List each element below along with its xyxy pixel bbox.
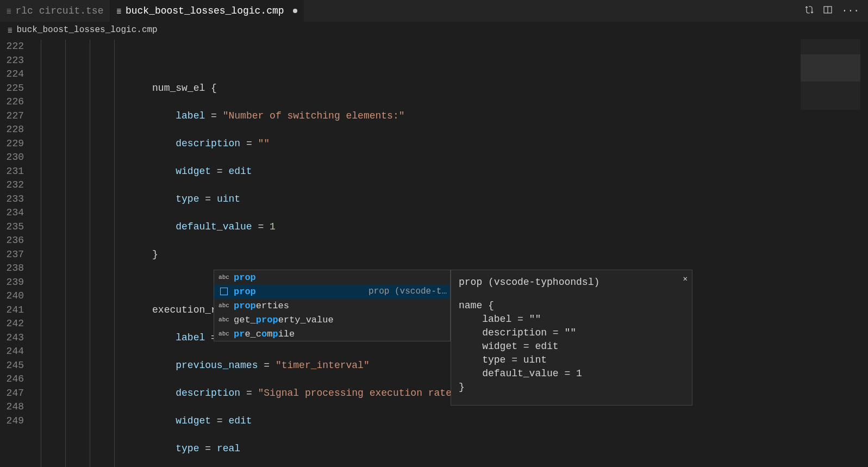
doc-title: prop (vscode-typhoondsl) xyxy=(459,276,684,289)
suggest-item[interactable]: abc prop xyxy=(214,270,450,284)
editor[interactable]: 222 223 224 225 226 227 228 229 230 231 … xyxy=(0,39,868,467)
snippet-icon xyxy=(217,288,230,295)
tab-label: buck_boost_losses_logic.cmp xyxy=(126,5,284,16)
breadcrumb-label: buck_boost_losses_logic.cmp xyxy=(16,25,157,35)
title-actions: ··· xyxy=(805,5,868,17)
minimap-slider[interactable] xyxy=(801,54,860,82)
suggest-label: prop xyxy=(234,272,256,283)
compare-changes-icon[interactable] xyxy=(805,5,814,17)
text-icon: abc xyxy=(217,316,230,323)
file-icon: ≣ xyxy=(7,7,11,16)
modified-indicator-icon xyxy=(293,9,297,13)
text-icon: abc xyxy=(217,331,230,337)
line-number-gutter: 222 223 224 225 226 227 228 229 230 231 … xyxy=(0,39,35,467)
suggest-item[interactable]: abc properties xyxy=(214,298,450,313)
suggest-item[interactable]: abc get_property_value xyxy=(214,313,450,327)
suggest-label: prop xyxy=(234,287,256,297)
suggest-label: properties xyxy=(234,301,289,311)
split-editor-icon[interactable] xyxy=(823,5,832,17)
close-icon[interactable]: ✕ xyxy=(683,272,688,286)
more-actions-icon[interactable]: ··· xyxy=(842,5,859,17)
file-icon: ≣ xyxy=(116,7,121,16)
suggest-documentation: ✕ prop (vscode-typhoondsl) name { label … xyxy=(451,270,692,406)
suggest-label: pre_compile xyxy=(234,329,295,339)
tab-buck-boost[interactable]: ≣ buck_boost_losses_logic.cmp xyxy=(110,0,303,22)
text-icon: abc xyxy=(217,302,230,309)
suggest-item[interactable]: abc pre_compile xyxy=(214,327,450,341)
text-icon: abc xyxy=(217,274,230,281)
tab-label: rlc circuit.tse xyxy=(15,5,103,16)
suggest-widget[interactable]: abc prop prop prop (vscode-t… abc proper… xyxy=(214,270,451,341)
file-icon: ≣ xyxy=(8,26,12,35)
tab-bar: ≣ rlc circuit.tse ≣ buck_boost_losses_lo… xyxy=(0,0,868,22)
tab-rlc[interactable]: ≣ rlc circuit.tse xyxy=(0,0,110,22)
suggest-item-selected[interactable]: prop prop (vscode-t… xyxy=(214,284,450,298)
suggest-label: get_property_value xyxy=(234,315,334,325)
suggest-detail: prop (vscode-t… xyxy=(369,287,447,296)
doc-body: name { label = "" description = "" widge… xyxy=(459,299,684,394)
breadcrumb[interactable]: ≣ buck_boost_losses_logic.cmp xyxy=(0,22,868,39)
